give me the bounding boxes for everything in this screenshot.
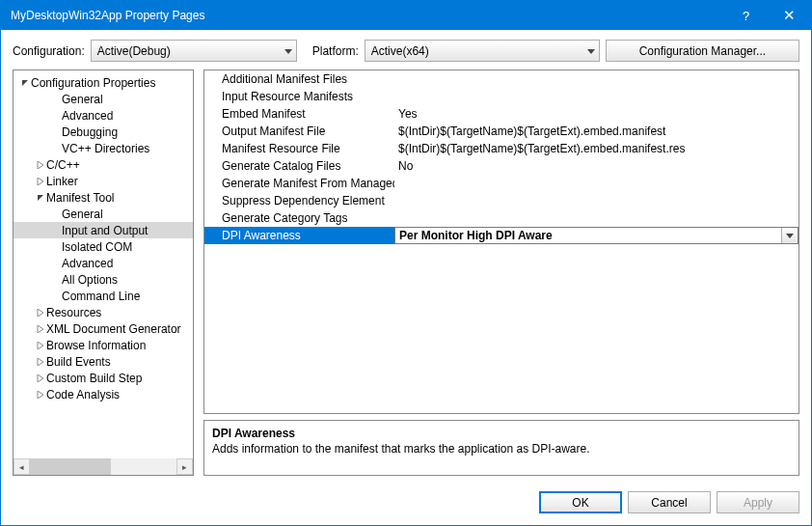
chevron-down-icon[interactable]: [781, 228, 798, 243]
right-panel: Additional Manifest FilesInput Resource …: [203, 69, 799, 476]
tree-item[interactable]: General: [14, 206, 193, 222]
description-panel: DPI Awareness Adds information to the ma…: [203, 420, 799, 476]
tree-item-label: Build Events: [46, 355, 111, 369]
tree-item[interactable]: Configuration Properties: [14, 74, 193, 91]
expander-closed-icon[interactable]: [35, 178, 46, 185]
property-value[interactable]: $(IntDir)$(TargetName)$(TargetExt).embed…: [394, 142, 798, 155]
tree-item[interactable]: Advanced: [14, 107, 193, 124]
property-value[interactable]: No: [394, 159, 798, 173]
cancel-button[interactable]: Cancel: [628, 491, 711, 513]
property-value[interactable]: Per Monitor High DPI Aware: [394, 227, 798, 244]
footer: OK Cancel Apply: [1, 484, 811, 525]
expander-closed-icon[interactable]: [35, 391, 46, 399]
tree-item-label: Configuration Properties: [31, 76, 155, 90]
tree-item-label: Code Analysis: [46, 388, 120, 401]
expander-closed-icon[interactable]: [35, 342, 46, 349]
platform-label: Platform:: [312, 44, 359, 58]
property-row[interactable]: DPI AwarenessPer Monitor High DPI Aware: [204, 227, 798, 244]
property-row[interactable]: Generate Manifest From ManagedAssembly: [204, 175, 798, 192]
window-title: MyDesktopWin32App Property Pages: [11, 9, 724, 22]
tree-item[interactable]: Custom Build Step: [14, 370, 193, 386]
tree-item[interactable]: Input and Output: [14, 222, 193, 238]
scroll-right-button[interactable]: ▸: [176, 458, 193, 475]
property-value[interactable]: Yes: [394, 107, 798, 121]
tree-item[interactable]: Debugging: [14, 124, 193, 140]
tree-item[interactable]: Manifest Tool: [14, 189, 193, 206]
platform-combo[interactable]: Active(x64): [365, 40, 600, 62]
scroll-track[interactable]: [30, 458, 176, 475]
property-name: DPI Awareness: [204, 229, 394, 242]
property-value[interactable]: $(IntDir)$(TargetName)$(TargetExt).embed…: [394, 125, 798, 138]
ok-button[interactable]: OK: [539, 491, 622, 513]
scroll-thumb[interactable]: [30, 458, 111, 475]
tree-item[interactable]: XML Document Generator: [14, 320, 193, 337]
property-row[interactable]: Generate Catalog FilesNo: [204, 157, 798, 175]
property-name: Suppress Dependency Element: [204, 194, 394, 208]
apply-button[interactable]: Apply: [717, 491, 799, 513]
tree-item-label: Browse Information: [46, 339, 146, 352]
platform-value: Active(x64): [371, 44, 429, 58]
property-name: Generate Catalog Files: [204, 159, 394, 173]
description-text: Adds information to the manifest that ma…: [212, 442, 791, 456]
property-row[interactable]: Additional Manifest Files: [204, 70, 798, 88]
property-row[interactable]: Embed ManifestYes: [204, 105, 798, 123]
tree-item[interactable]: General: [14, 91, 193, 107]
configuration-combo[interactable]: Active(Debug): [91, 40, 297, 62]
configuration-value: Active(Debug): [97, 44, 171, 58]
chevron-down-icon: [284, 41, 292, 61]
tree-item-label: Resources: [46, 306, 101, 319]
body: Configuration PropertiesGeneralAdvancedD…: [1, 69, 811, 484]
property-row[interactable]: Suppress Dependency Element: [204, 192, 798, 209]
tree-item-label: Custom Build Step: [46, 372, 142, 385]
chevron-down-icon: [587, 41, 595, 61]
property-name: Manifest Resource File: [204, 142, 394, 155]
tree-item-label: Manifest Tool: [46, 191, 114, 205]
tree-item[interactable]: Isolated COM: [14, 238, 193, 255]
tree-item-label: Linker: [46, 175, 78, 188]
tree-item[interactable]: C/C++: [14, 156, 193, 173]
expander-closed-icon[interactable]: [35, 309, 46, 317]
expander-open-icon[interactable]: [19, 79, 31, 87]
tree-item-label: Isolated COM: [62, 240, 132, 254]
property-name: Generate Manifest From ManagedAssembly: [204, 177, 394, 190]
description-title: DPI Awareness: [212, 427, 791, 440]
property-row[interactable]: Manifest Resource File$(IntDir)$(TargetN…: [204, 140, 798, 157]
tree-item-label: XML Document Generator: [46, 322, 181, 336]
close-button[interactable]: ✕: [768, 1, 811, 30]
tree-item-label: Advanced: [62, 257, 113, 270]
property-row[interactable]: Input Resource Manifests: [204, 88, 798, 105]
dialog-window: MyDesktopWin32App Property Pages ? ✕ Con…: [0, 0, 812, 526]
expander-closed-icon[interactable]: [35, 325, 46, 333]
tree-item-label: General: [62, 208, 103, 221]
expander-closed-icon[interactable]: [35, 358, 46, 366]
property-row[interactable]: Output Manifest File$(IntDir)$(TargetNam…: [204, 123, 798, 140]
expander-closed-icon[interactable]: [35, 374, 46, 382]
tree-item[interactable]: VC++ Directories: [14, 140, 193, 156]
tree-item[interactable]: Code Analysis: [14, 386, 193, 402]
property-name: Input Resource Manifests: [204, 90, 394, 103]
nav-tree[interactable]: Configuration PropertiesGeneralAdvancedD…: [14, 70, 193, 458]
tree-item[interactable]: Resources: [14, 304, 193, 320]
help-button[interactable]: ?: [724, 1, 768, 30]
property-name: Output Manifest File: [204, 125, 394, 138]
title-bar: MyDesktopWin32App Property Pages ? ✕: [1, 1, 811, 30]
tree-item[interactable]: Build Events: [14, 353, 193, 370]
expander-closed-icon[interactable]: [35, 161, 46, 169]
tree-item-label: Advanced: [62, 109, 113, 123]
scroll-left-button[interactable]: ◂: [14, 458, 30, 475]
property-grid[interactable]: Additional Manifest FilesInput Resource …: [203, 69, 799, 414]
property-name: Embed Manifest: [204, 107, 394, 121]
tree-item[interactable]: All Options: [14, 271, 193, 288]
tree-item[interactable]: Browse Information: [14, 337, 193, 353]
expander-open-icon[interactable]: [35, 194, 46, 202]
configuration-manager-button[interactable]: Configuration Manager...: [606, 40, 799, 62]
tree-item-label: Debugging: [62, 125, 118, 139]
tree-item[interactable]: Advanced: [14, 255, 193, 271]
tree-item[interactable]: Command Line: [14, 288, 193, 304]
tree-item-label: VC++ Directories: [62, 142, 149, 155]
tree-item-label: General: [62, 93, 103, 106]
property-row[interactable]: Generate Category Tags: [204, 209, 798, 227]
tree-item-label: Command Line: [62, 290, 140, 303]
tree-item[interactable]: Linker: [14, 173, 193, 189]
horizontal-scrollbar[interactable]: ◂ ▸: [14, 458, 193, 475]
